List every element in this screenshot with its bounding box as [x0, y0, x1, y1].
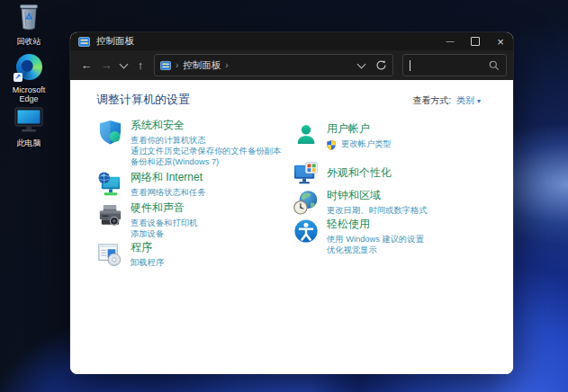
- address-dropdown-icon[interactable]: [357, 59, 366, 68]
- view-by-label: 查看方式:: [412, 95, 451, 105]
- user-icon: [293, 122, 320, 150]
- close-button[interactable]: ×: [488, 32, 513, 50]
- search-icon: [489, 60, 500, 71]
- microsoft-edge-icon: ↗: [16, 54, 42, 84]
- view-by-control: 查看方式:类别 ▾: [412, 94, 481, 107]
- category-hardware-sound-link[interactable]: 添加设备: [131, 228, 197, 239]
- breadcrumb-chevron-icon: ›: [176, 60, 178, 70]
- recent-locations-button[interactable]: [116, 55, 131, 76]
- network-icon: [96, 171, 124, 199]
- breadcrumb-control-panel[interactable]: 控制面板: [183, 59, 221, 72]
- category-hardware-sound-link[interactable]: 查看设备和打印机: [131, 218, 197, 228]
- control-panel-app-icon: [78, 36, 90, 48]
- control-panel-window: 控制面板 — × ← → ↑ › 控制面板 ›: [70, 32, 513, 374]
- up-icon: ↑: [138, 58, 144, 72]
- category-clock-region-title[interactable]: 时钟和区域: [327, 189, 428, 202]
- refresh-icon[interactable]: [375, 59, 387, 71]
- category-network-internet-link[interactable]: 查看网络状态和任务: [131, 187, 206, 198]
- category-hardware-sound: 硬件和声音查看设备和打印机添加设备: [96, 201, 293, 239]
- appearance-icon: [293, 160, 320, 188]
- category-grid: 系统和安全查看你的计算机状态通过文件历史记录保存你的文件备份副本备份和还原(Wi…: [96, 115, 488, 322]
- category-clock-region: 时钟和区域更改日期、时间或数字格式: [293, 189, 489, 217]
- desktop-icon-microsoft-edge[interactable]: ↗Microsoft Edge: [2, 54, 56, 103]
- content-pane: 调整计算机的设置 查看方式:类别 ▾ 系统和安全查看你的计算机状态通过文件历史记…: [70, 80, 513, 374]
- close-icon: ×: [497, 35, 504, 49]
- address-bar[interactable]: › 控制面板 ›: [154, 54, 393, 76]
- search-box[interactable]: [402, 54, 507, 76]
- shortcut-arrow-icon: ↗: [14, 73, 23, 82]
- category-user-accounts: 用户帐户更改帐户类型: [293, 122, 489, 151]
- category-user-accounts-title[interactable]: 用户帐户: [327, 122, 392, 136]
- category-user-accounts-link[interactable]: 更改帐户类型: [327, 138, 392, 151]
- forward-icon: →: [101, 58, 113, 72]
- back-icon: ←: [81, 58, 93, 72]
- clock-icon: [293, 189, 320, 217]
- shield-icon: [96, 119, 124, 147]
- view-by-category-link[interactable]: 类别 ▾: [456, 95, 481, 105]
- maximize-button[interactable]: [463, 32, 488, 50]
- category-hardware-sound-title[interactable]: 硬件和声音: [131, 201, 197, 215]
- text-caret: [410, 60, 410, 71]
- category-system-security-title[interactable]: 系统和安全: [131, 119, 281, 132]
- category-network-internet: 网络和 Internet查看网络状态和任务: [96, 171, 293, 199]
- category-ease-of-access-link[interactable]: 优化视觉显示: [327, 245, 424, 255]
- up-button[interactable]: ↑: [131, 55, 150, 76]
- programs-icon: [96, 241, 124, 269]
- recycle-bin-icon: [13, 3, 45, 31]
- breadcrumb-chevron-icon[interactable]: ›: [225, 60, 228, 70]
- desktop-icon-recycle-bin[interactable]: 回收站: [2, 3, 56, 46]
- category-programs: 程序卸载程序: [96, 241, 293, 269]
- forward-button[interactable]: →: [96, 55, 116, 76]
- category-ease-of-access: 轻松使用使用 Windows 建议的设置优化视觉显示: [293, 218, 489, 255]
- printer-icon: [96, 201, 124, 229]
- category-appearance-personalization-title[interactable]: 外观和个性化: [327, 166, 392, 180]
- category-programs-title[interactable]: 程序: [131, 241, 164, 254]
- chevron-down-icon: [119, 59, 128, 68]
- category-network-internet-title[interactable]: 网络和 Internet: [131, 171, 206, 184]
- desktop-icon-this-pc[interactable]: 此电脑: [2, 106, 56, 147]
- desktop-wallpaper: 回收站↗Microsoft Edge此电脑 控制面板 — × ← → ↑ › 控…: [0, 0, 568, 392]
- category-system-security-link[interactable]: 通过文件历史记录保存你的文件备份副本: [131, 146, 281, 156]
- desktop-icon-label: Microsoft Edge: [2, 85, 56, 103]
- desktop-icon-label: 此电脑: [2, 138, 56, 147]
- category-programs-link[interactable]: 卸载程序: [131, 257, 164, 268]
- category-system-security-link[interactable]: 查看你的计算机状态: [131, 135, 281, 146]
- this-pc-icon: [14, 106, 44, 133]
- titlebar: 控制面板 — ×: [70, 32, 513, 50]
- category-appearance-personalization: 外观和个性化: [293, 160, 489, 188]
- category-system-security-link[interactable]: 备份和还原(Windows 7): [131, 156, 281, 167]
- uac-shield-icon: [327, 140, 338, 151]
- control-panel-location-icon: [160, 60, 171, 71]
- category-system-security: 系统和安全查看你的计算机状态通过文件历史记录保存你的文件备份副本备份和还原(Wi…: [96, 119, 293, 167]
- maximize-icon: [471, 37, 480, 46]
- category-ease-of-access-link[interactable]: 使用 Windows 建议的设置: [327, 234, 424, 245]
- desktop-icon-label: 回收站: [2, 37, 56, 46]
- ease-icon: [293, 218, 320, 245]
- view-by-caret-icon: ▾: [477, 97, 481, 105]
- back-button[interactable]: ←: [77, 55, 96, 76]
- minimize-button[interactable]: —: [437, 32, 463, 50]
- category-ease-of-access-title[interactable]: 轻松使用: [327, 218, 424, 231]
- navigation-toolbar: ← → ↑ › 控制面板 ›: [70, 50, 513, 80]
- category-clock-region-link[interactable]: 更改日期、时间或数字格式: [327, 205, 428, 216]
- window-title: 控制面板: [96, 35, 437, 48]
